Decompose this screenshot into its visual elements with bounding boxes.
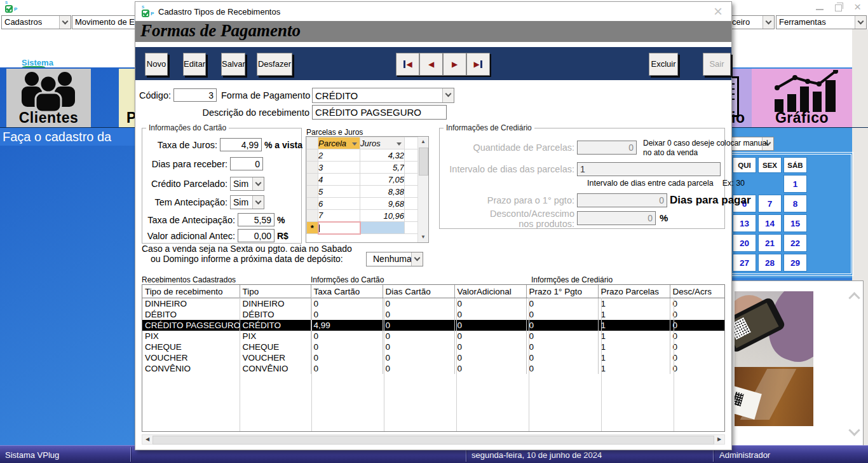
menu-financeiro[interactable]: ceiro [729,15,775,29]
row-selector[interactable] [307,186,318,198]
editar-button[interactable]: Editar [183,53,206,76]
novo-button[interactable]: Novo [145,53,168,76]
tile-grafico[interactable]: Gráfico [752,69,852,127]
scroll-right-arrow-icon[interactable]: ▶ [714,435,724,444]
move-previous-button[interactable]: ◀ [419,53,443,76]
row-selector[interactable] [307,174,318,186]
desfazer-button[interactable]: Desfazer [257,53,292,76]
table-row[interactable]: DINHEIRODINHEIRO000010 [142,298,724,310]
scrollbar-thumb[interactable] [153,436,714,445]
tile-clientes[interactable]: Clientes [6,69,91,127]
dias-receber-field[interactable]: 0 [230,157,263,170]
sair-dialog-button[interactable]: Sair [703,53,731,76]
valor-adicional-field[interactable]: 0,00 [238,229,275,242]
new-row-marker[interactable]: * [307,222,318,234]
menu-movimento[interactable]: Movimento de Es [72,15,137,29]
column-header[interactable]: Prazo 1° Pgto [526,285,598,298]
taxa-juros-field[interactable]: 4,99 [220,138,262,151]
taxa-antecipacao-field[interactable]: 5,59 [238,213,275,226]
table-row[interactable]: PIXPIX000010 [142,331,724,342]
row-selector[interactable] [307,149,318,162]
calendar-day-cell[interactable]: 8 [783,195,807,212]
column-header[interactable]: Tipo [240,285,311,298]
forma-pagamento-select[interactable]: CRÉDITO [312,88,454,103]
scroll-down-icon[interactable] [849,426,859,436]
move-first-button[interactable]: ◀ [396,53,419,76]
table-row[interactable]: CHEQUECHEQUE000010 [142,342,724,352]
menu-cadastros[interactable]: Cadastros [1,15,71,29]
calendar-day-cell[interactable]: 14 [758,214,782,232]
parcela-cell[interactable]: 7 [318,210,360,222]
descricao-field[interactable]: CRÉDITO PAGSEGURO [312,105,447,120]
menu-ferramentas[interactable]: Ferramentas [776,15,867,29]
calendar-day-cell[interactable]: 7 [758,195,782,212]
filter-arrow-icon[interactable] [352,142,357,146]
juros-cell[interactable]: 4,32 [360,149,405,162]
scroll-down-arrow-icon[interactable]: ▼ [418,232,428,242]
excluir-button[interactable]: Excluir [649,53,678,76]
juros-cell[interactable]: 9,68 [360,198,405,210]
codigo-field[interactable]: 3 [173,88,217,102]
column-header[interactable]: Prazo Parcelas [598,285,670,298]
juros-cell[interactable]: 10,96 [360,210,405,222]
calendar-day-cell[interactable]: 13 [733,214,756,232]
deposito-select[interactable]: Nenhuma [366,252,423,266]
calendar-day-cell[interactable]: 22 [783,234,807,252]
juros-cell[interactable]: 7,05 [360,174,405,186]
move-last-button[interactable]: ▶ [466,53,490,76]
move-next-button[interactable]: ▶ [443,53,466,76]
column-header[interactable]: ValorAdicional [454,285,526,298]
calendar-day-cell[interactable]: 1 [783,175,807,193]
parcela-cell[interactable]: 6 [318,198,360,210]
table-row[interactable]: VOUCHERVOUCHER000010 [142,352,724,363]
chevron-down-icon[interactable] [855,16,866,29]
scroll-up-arrow-icon[interactable]: ▲ [418,137,428,147]
column-header[interactable]: Taxa Cartão [311,285,383,298]
calendar-day-cell[interactable]: 29 [783,254,807,272]
parcela-cell[interactable]: 4 [318,174,360,186]
minimize-icon[interactable] [816,9,824,10]
parcelas-vertical-scrollbar[interactable]: ▲ ▼ [417,137,428,242]
scroll-up-icon[interactable] [849,291,859,301]
tile-relatorio-partial[interactable]: io [729,69,752,127]
juros-cell[interactable]: 8,38 [360,186,405,198]
dialog-titlebar[interactable]: S P Cadastro Tipos de Recebimentos × [135,2,731,21]
restore-icon[interactable] [835,4,842,11]
parcela-cell[interactable]: 2 [318,149,360,162]
chevron-down-icon[interactable] [59,16,71,29]
juros-cell[interactable]: 5,7 [360,162,405,174]
parcela-column-header[interactable]: Parcela [318,137,360,149]
row-selector[interactable] [307,210,318,222]
chevron-down-icon[interactable] [763,16,774,29]
calendar-day-cell[interactable]: 21 [758,234,782,252]
column-header[interactable]: Desc/Acrs [670,285,724,298]
horizontal-scrollbar[interactable]: ◀ ▶ [142,434,725,445]
new-parcela-cell[interactable] [318,222,360,234]
chevron-down-icon[interactable] [442,88,454,102]
calendar-day-cell[interactable]: 28 [758,254,782,272]
table-row[interactable]: DÉBITODÉBITO000010 [142,309,724,320]
tem-antecipacao-select[interactable]: Sim [230,195,264,209]
chevron-down-icon[interactable] [411,252,423,266]
table-row[interactable]: CONVÊNIOCONVÊNIO000010 [142,363,724,374]
chevron-down-icon[interactable] [252,177,264,190]
calendar-day-cell[interactable]: 20 [733,234,756,252]
parcela-cell[interactable]: 3 [318,162,360,174]
new-juros-cell[interactable] [360,222,405,234]
salvar-button[interactable]: Salvar [221,53,245,76]
column-header[interactable]: Tipo de recebimento [142,285,240,298]
column-header[interactable]: Dias Cartão [383,285,454,298]
scrollbar-thumb[interactable] [419,148,428,176]
calendar-day-cell[interactable]: 15 [783,214,807,232]
row-selector[interactable] [307,162,318,174]
chevron-down-icon[interactable] [252,196,264,209]
filter-arrow-icon[interactable] [397,142,402,146]
parcela-cell[interactable]: 5 [318,186,360,198]
credito-parcelado-select[interactable]: Sim [230,177,264,191]
scroll-left-arrow-icon[interactable]: ◀ [142,435,153,444]
row-selector[interactable] [307,198,318,210]
close-icon[interactable]: × [854,0,861,14]
dialog-close-icon[interactable]: × [714,3,722,20]
calendar-day-cell[interactable]: 27 [733,254,756,272]
table-row[interactable]: CRÉDITO PAGSEGUROCRÉDITO4,9900010 [142,320,724,331]
